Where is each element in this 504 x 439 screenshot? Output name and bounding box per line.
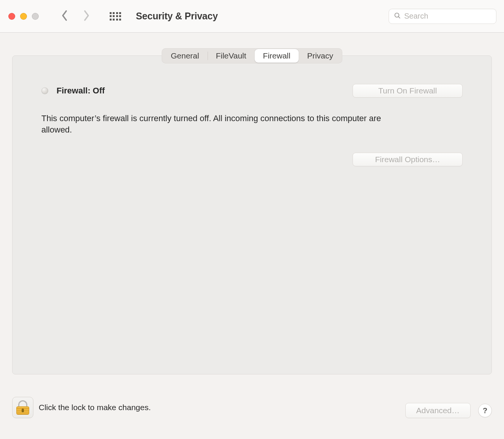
forward-button[interactable] [77, 7, 96, 25]
tab-filevault[interactable]: FileVault [208, 49, 255, 63]
grid-icon [110, 12, 121, 21]
window-title: Security & Privacy [136, 11, 218, 22]
firewall-status-row: Firewall: Off Turn On Firewall [41, 84, 463, 98]
back-button[interactable] [55, 7, 74, 25]
window-close-button[interactable] [8, 13, 15, 20]
firewall-status-label: Firewall: Off [57, 86, 105, 96]
content-panel: Firewall: Off Turn On Firewall This comp… [12, 55, 492, 374]
search-icon [394, 12, 404, 21]
tab-general[interactable]: General [162, 49, 208, 63]
window-controls [8, 13, 39, 20]
search-input[interactable] [404, 12, 491, 21]
lock-icon [16, 400, 29, 415]
button-label: Advanced… [416, 406, 460, 415]
toolbar: Security & Privacy [0, 0, 504, 33]
question-mark-icon: ? [483, 406, 487, 415]
lock-row: Click the lock to make changes. [12, 397, 151, 418]
button-label: Firewall Options… [375, 155, 440, 164]
chevron-right-icon [82, 10, 91, 23]
tab-label: Firewall [263, 51, 290, 60]
tab-bar: General FileVault Firewall Privacy [162, 48, 342, 63]
show-all-button[interactable] [106, 7, 124, 25]
chevron-left-icon [60, 10, 69, 23]
help-button[interactable]: ? [478, 404, 492, 417]
footer-right: Advanced… ? [405, 403, 492, 418]
tab-label: Privacy [307, 51, 333, 60]
turn-on-firewall-button[interactable]: Turn On Firewall [353, 84, 463, 98]
tab-label: FileVault [216, 51, 246, 60]
advanced-button[interactable]: Advanced… [405, 403, 471, 418]
window-minimize-button[interactable] [20, 13, 27, 20]
preference-pane: General FileVault Firewall Privacy Firew… [0, 33, 504, 439]
firewall-description: This computer’s firewall is currently tu… [41, 113, 383, 136]
lock-button[interactable] [12, 397, 33, 418]
tab-label: General [171, 51, 199, 60]
window-zoom-button[interactable] [32, 13, 39, 20]
firewall-options-button[interactable]: Firewall Options… [353, 153, 463, 166]
button-label: Turn On Firewall [378, 86, 437, 95]
lock-hint-text: Click the lock to make changes. [39, 403, 151, 412]
tab-firewall[interactable]: Firewall [255, 49, 299, 63]
svg-line-1 [398, 16, 400, 18]
tab-privacy[interactable]: Privacy [299, 49, 342, 63]
search-field[interactable] [389, 9, 496, 24]
status-indicator-icon [41, 87, 48, 94]
